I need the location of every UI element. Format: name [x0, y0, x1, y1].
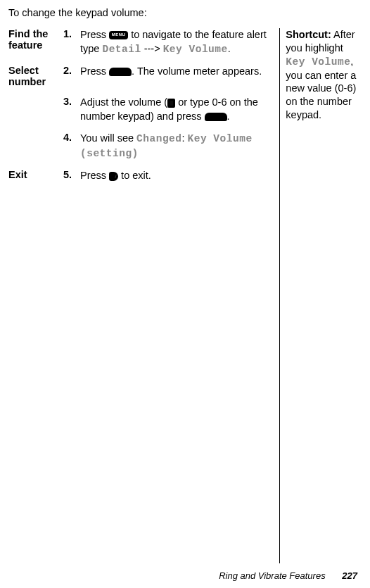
text-segment: You will see [80, 132, 136, 144]
text-segment: Press [80, 65, 109, 77]
select-key-icon [109, 68, 132, 76]
step-number: 2. [63, 65, 80, 87]
step-text: Press MENU to navigate to the feature al… [80, 28, 269, 56]
step-row: 4. You will see Changed: Key Volume (set… [8, 132, 269, 161]
text-segment: Adjust the volume ( [80, 96, 167, 108]
mono-text: Key Volume [286, 56, 350, 68]
sidebar-heading: Shortcut: [286, 29, 331, 40]
step-text: Press . The volume meter appears. [80, 65, 269, 87]
step-row: 3. Adjust the volume ( or type 0-6 on th… [8, 96, 269, 123]
step-row: Select number 2. Press . The volume mete… [8, 65, 269, 87]
text-segment: Press [80, 170, 109, 181]
sidebar: Shortcut: After you highlight Key Volume… [279, 28, 362, 563]
exit-key-icon [109, 172, 118, 181]
page-number: 227 [342, 570, 357, 581]
step-number: 3. [63, 96, 80, 123]
text-segment: . The volume meter appears. [132, 65, 262, 77]
step-text: You will see Changed: Key Volume (settin… [80, 132, 269, 161]
content-wrapper: Find the feature 1. Press MENU to naviga… [8, 28, 362, 563]
menu-key-icon: MENU [109, 31, 128, 39]
step-row: Exit 5. Press to exit. [8, 169, 269, 183]
text-segment: Press [80, 29, 109, 40]
step-number: 4. [63, 132, 80, 161]
step-text: Adjust the volume ( or type 0-6 on the n… [80, 96, 269, 123]
text-segment: . [228, 43, 231, 54]
text-segment: ---> [141, 43, 163, 54]
step-number: 1. [63, 28, 80, 56]
step-label: Exit [8, 169, 63, 183]
text-segment: to exit. [118, 170, 151, 181]
main-column: Find the feature 1. Press MENU to naviga… [8, 28, 279, 563]
page-footer: Ring and Vibrate Features 227 [219, 570, 357, 581]
dpad-icon [167, 99, 175, 108]
step-label [8, 96, 63, 123]
intro-text: To change the keypad volume: [8, 7, 362, 18]
step-text: Press to exit. [80, 169, 269, 183]
text-segment: . [227, 111, 230, 122]
step-label: Select number [8, 65, 63, 87]
footer-title: Ring and Vibrate Features [219, 570, 326, 581]
mono-text: Detail [102, 44, 141, 55]
mono-text: Changed [136, 133, 181, 144]
mono-text: Key Volume [163, 44, 228, 55]
step-row: Find the feature 1. Press MENU to naviga… [8, 28, 269, 56]
step-number: 5. [63, 169, 80, 183]
step-label: Find the feature [8, 28, 63, 56]
text-segment: : [182, 132, 188, 144]
select-key-icon [205, 113, 227, 121]
step-label [8, 132, 63, 161]
